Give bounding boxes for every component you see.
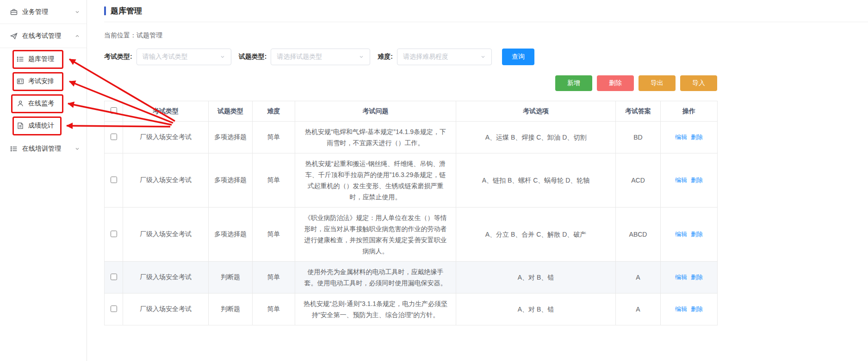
sidebar-item-label: 考试安排: [28, 77, 54, 86]
cell-answer: A: [616, 262, 661, 294]
import-button[interactable]: 导入: [680, 75, 717, 91]
cell-answer: A: [616, 294, 661, 325]
chevron-down-icon: [480, 54, 486, 60]
column-header-difficulty: 难度: [253, 101, 295, 122]
sidebar-item-score-statistics[interactable]: 成绩统计: [0, 115, 87, 137]
cell-difficulty: 简单: [253, 262, 295, 294]
select-all-cell: [105, 101, 123, 122]
cell-operations: 编辑删除: [661, 294, 718, 325]
difficulty-placeholder: 请选择难易程度: [403, 53, 448, 61]
edit-link[interactable]: 编辑: [675, 231, 687, 238]
row-checkbox[interactable]: [111, 306, 117, 312]
column-header-options: 考试选项: [456, 101, 616, 122]
delete-button[interactable]: 删除: [597, 75, 634, 91]
sidebar-item-label: 在线考试管理: [22, 32, 61, 40]
paper-plane-icon: [10, 32, 18, 40]
table-row: 厂级入场安全考试 多项选择题 简单 《职业病防治法》规定：用人单位在发生（）等情…: [105, 208, 718, 262]
table-row: 厂级入场安全考试 多项选择题 简单 热机安规“电焊和气焊-基本规定”14.1.9…: [105, 122, 718, 153]
chevron-down-icon: [220, 54, 225, 60]
cell-question: 《职业病防治法》规定：用人单位在发生（）等情形时，应当对从事接触职业病危害的作业…: [295, 208, 456, 262]
cell-operations: 编辑删除: [661, 153, 718, 208]
id-card-icon: [17, 78, 24, 85]
cell-question-type: 多项选择题: [209, 153, 253, 208]
cell-exam-type: 厂级入场安全考试: [123, 122, 209, 153]
column-header-exam-type: 考试类型: [123, 101, 209, 122]
difficulty-label: 难度:: [378, 53, 393, 61]
sidebar-item-question-bank[interactable]: 题库管理: [0, 48, 87, 70]
exam-type-placeholder: 请输入考试类型: [143, 53, 188, 61]
breadcrumb-current: 试题管理: [136, 31, 162, 39]
column-header-answer: 考试答案: [616, 101, 661, 122]
cell-answer: BD: [616, 122, 661, 153]
cell-operations: 编辑删除: [661, 208, 718, 262]
delete-link[interactable]: 删除: [691, 177, 703, 184]
cell-question: 热机安规“电焊和气焊-基本规定”14.1.9条规定，下雨雪时，不宜露天进行（）工…: [295, 122, 456, 153]
cell-options: A、对 B、错: [456, 262, 616, 294]
cell-exam-type: 厂级入场安全考试: [123, 294, 209, 325]
cell-answer: ABCD: [616, 208, 661, 262]
delete-link[interactable]: 删除: [691, 134, 703, 141]
cell-question: 使用外壳为金属材料的电动工具时，应戴绝缘手套。使用电动工具时，必须同时使用漏电保…: [295, 262, 456, 294]
cell-question-type: 判断题: [209, 294, 253, 325]
sidebar-item-exam-schedule[interactable]: 考试安排: [0, 70, 87, 92]
sidebar-item-online-training-management[interactable]: 在线培训管理: [0, 137, 87, 161]
edit-link[interactable]: 编辑: [675, 274, 687, 281]
difficulty-select[interactable]: 请选择难易程度: [397, 49, 492, 65]
list-icon: [17, 55, 24, 63]
cell-question: 热机安规“总则-通则”3.1.1条规定，电力生产必须坚持“安全第一、预防为主、综…: [295, 294, 456, 325]
row-checkbox[interactable]: [111, 274, 117, 280]
briefcase-icon: [10, 8, 18, 16]
chevron-down-icon: [359, 54, 364, 60]
question-table: 考试类型 试题类型 难度 考试问题 考试选项 考试答案 操作 厂级入场安全考试 …: [104, 101, 717, 325]
search-button[interactable]: 查询: [502, 49, 534, 65]
edit-link[interactable]: 编辑: [675, 177, 687, 184]
cell-question: 热机安规“起重和搬运-钢丝绳、纤维绳、吊钩、滑车、千斤顶和手拉葫芦的使用”16.…: [295, 153, 456, 208]
filter-bar: 考试类型: 请输入考试类型 试题类型: 请选择试题类型 难度: 请选择难易程度: [104, 49, 868, 65]
sidebar-submenu: 题库管理 考试安排 在线监考: [0, 48, 87, 137]
edit-link[interactable]: 编辑: [675, 306, 687, 312]
cell-exam-type: 厂级入场安全考试: [123, 208, 209, 262]
exam-type-label: 考试类型:: [104, 53, 132, 61]
row-checkbox[interactable]: [111, 177, 117, 183]
question-type-placeholder: 请选择试题类型: [277, 53, 322, 61]
cell-exam-type: 厂级入场安全考试: [123, 262, 209, 294]
exam-type-select[interactable]: 请输入考试类型: [136, 49, 231, 65]
question-type-label: 试题类型:: [239, 53, 267, 61]
sidebar-item-label: 在线监考: [28, 99, 54, 108]
cell-difficulty: 简单: [253, 294, 295, 325]
app-window: 业务管理 在线考试管理: [0, 0, 868, 361]
breadcrumb-label: 当前位置：: [104, 31, 136, 39]
sidebar-item-business-management[interactable]: 业务管理: [0, 0, 87, 24]
sidebar-item-online-exam-management[interactable]: 在线考试管理: [0, 24, 87, 48]
add-button[interactable]: 新增: [555, 75, 592, 91]
cell-difficulty: 简单: [253, 122, 295, 153]
table-header-row: 考试类型 试题类型 难度 考试问题 考试选项 考试答案 操作: [105, 101, 718, 122]
export-button[interactable]: 导出: [639, 75, 676, 91]
column-header-operations: 操作: [661, 101, 718, 122]
column-header-question: 考试问题: [295, 101, 456, 122]
row-checkbox[interactable]: [111, 134, 117, 140]
table-row: 厂级入场安全考试 判断题 简单 使用外壳为金属材料的电动工具时，应戴绝缘手套。使…: [105, 262, 718, 294]
sidebar-item-label: 题库管理: [28, 55, 54, 63]
cell-operations: 编辑删除: [661, 262, 718, 294]
cell-options: A、对 B、错: [456, 294, 616, 325]
question-type-select[interactable]: 请选择试题类型: [271, 49, 370, 65]
cell-exam-type: 厂级入场安全考试: [123, 153, 209, 208]
document-icon: [17, 122, 24, 129]
select-all-checkbox[interactable]: [111, 107, 117, 114]
list-icon: [10, 145, 18, 153]
edit-link[interactable]: 编辑: [675, 134, 687, 141]
delete-link[interactable]: 删除: [691, 231, 703, 238]
delete-link[interactable]: 删除: [691, 306, 703, 312]
main-content: 题库管理 当前位置：试题管理 考试类型: 请输入考试类型 试题类型: 请选择试题…: [87, 0, 868, 361]
chevron-down-icon: [74, 146, 80, 152]
delete-link[interactable]: 删除: [691, 274, 703, 281]
table-row: 厂级入场安全考试 多项选择题 简单 热机安规“起重和搬运-钢丝绳、纤维绳、吊钩、…: [105, 153, 718, 208]
sidebar-item-online-proctoring[interactable]: 在线监考: [0, 92, 87, 115]
cell-options: A、链扣 B、螺杆 C、蜗母轮 D、轮轴: [456, 153, 616, 208]
cell-question-type: 判断题: [209, 262, 253, 294]
row-checkbox[interactable]: [111, 231, 117, 237]
title-accent-bar: [104, 6, 106, 15]
chevron-up-icon: [74, 33, 80, 39]
breadcrumb: 当前位置：试题管理: [104, 31, 868, 40]
